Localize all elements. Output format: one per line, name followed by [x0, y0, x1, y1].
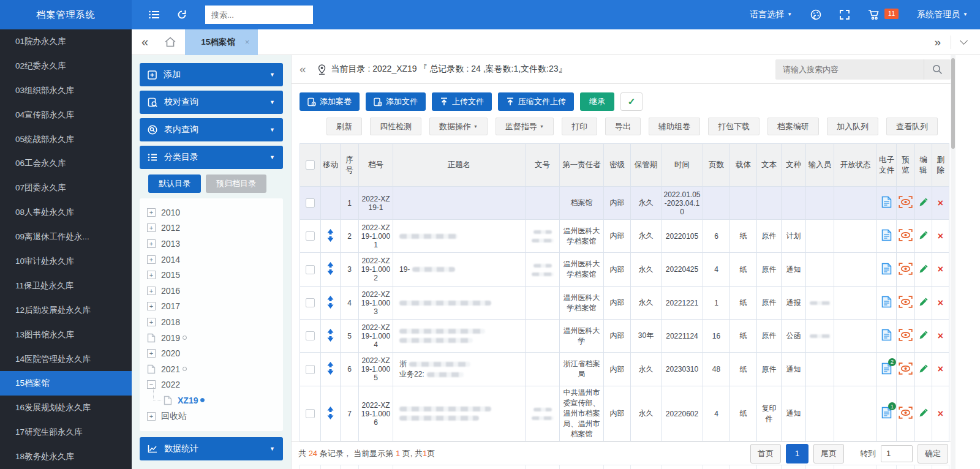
move-cell[interactable] [321, 353, 341, 386]
tab-close-icon[interactable]: × [245, 37, 250, 47]
delete-icon[interactable]: × [938, 231, 943, 241]
tree-node[interactable]: +2015 [147, 267, 279, 283]
row-checkbox[interactable] [306, 365, 315, 374]
move-cell[interactable] [321, 386, 341, 441]
accordion-catalog[interactable]: 分类目录 ▼ [140, 146, 283, 169]
delete-cell[interactable]: × [932, 187, 949, 220]
tree-toggle-icon[interactable]: + [147, 412, 156, 421]
preview-cell[interactable] [897, 287, 915, 320]
toolbar-button[interactable]: 压缩文件上传 [498, 92, 574, 111]
tabs-menu-icon[interactable] [960, 37, 968, 45]
sidebar-item[interactable]: 07团委永久库 [0, 176, 132, 200]
tree-toggle-icon[interactable]: + [147, 287, 156, 295]
tree-node[interactable]: +2014 [147, 252, 279, 268]
toolbar-button[interactable]: 档案编研 [767, 118, 819, 135]
delete-cell[interactable]: × [932, 353, 949, 386]
accordion-proof-query[interactable]: 校对查询 ▼ [140, 91, 283, 114]
cart-icon[interactable] [868, 9, 880, 20]
tree-node[interactable]: +2017 [147, 299, 279, 315]
move-cell[interactable] [321, 253, 341, 287]
efile-cell[interactable] [877, 253, 897, 287]
sidebar-item[interactable]: 01院办永久库 [0, 29, 132, 54]
toolbar-button[interactable]: 四性检测 [370, 118, 421, 135]
efile-cell[interactable] [877, 220, 897, 253]
sidebar-item[interactable]: 17研究生部永久库 [0, 420, 132, 445]
move-cell[interactable] [321, 320, 341, 353]
delete-icon[interactable]: × [938, 298, 943, 308]
preview-cell[interactable] [897, 320, 915, 353]
user-menu[interactable]: 系统管理员 ▼ [917, 9, 968, 20]
accordion-table-query[interactable]: 表内查询 ▼ [140, 118, 283, 141]
edit-cell[interactable] [915, 253, 932, 287]
panel-collapse-icon[interactable]: « [300, 62, 306, 76]
delete-cell[interactable]: × [932, 253, 949, 287]
tree-node[interactable]: +2012 [147, 220, 279, 236]
row-checkbox[interactable] [306, 409, 315, 418]
toolbar-button[interactable]: 上传文件 [432, 92, 492, 111]
first-page-button[interactable]: 首页 [750, 444, 781, 463]
inherit-confirm-button[interactable]: ✓ [620, 92, 643, 111]
tree-toggle-icon[interactable]: + [147, 302, 156, 310]
edit-cell[interactable] [915, 386, 932, 441]
tree-node[interactable]: +2016 [147, 283, 279, 299]
sidebar-item[interactable]: 06工会永久库 [0, 151, 132, 176]
delete-icon[interactable]: × [938, 408, 943, 419]
row-checkbox[interactable] [306, 231, 315, 241]
delete-icon[interactable]: × [938, 264, 943, 274]
goto-page-input[interactable] [881, 445, 913, 462]
preview-cell[interactable] [897, 187, 915, 220]
tree-toggle-icon[interactable]: + [147, 255, 156, 264]
vertical-scrollbar[interactable] [951, 55, 956, 469]
toolbar-button[interactable]: 添加案卷 [300, 92, 360, 111]
delete-icon[interactable]: × [938, 364, 943, 374]
tree-node[interactable]: +2010 [147, 204, 279, 220]
home-tab[interactable] [156, 29, 185, 55]
tree-toggle-icon[interactable]: + [147, 239, 156, 248]
tabs-scroll-right-icon[interactable]: » [924, 36, 951, 49]
edit-cell[interactable] [915, 187, 932, 220]
edit-cell[interactable] [915, 320, 932, 353]
toolbar-button[interactable]: 查看队列 [886, 118, 938, 135]
prearchive-catalog-button[interactable]: 预归档目录 [206, 174, 266, 193]
sidebar-item[interactable]: 09离退休工作处永... [0, 225, 132, 249]
tree-toggle-icon[interactable]: + [147, 208, 156, 217]
toolbar-button[interactable]: 打包下载 [708, 118, 760, 135]
tree-node[interactable]: +2013 [147, 236, 279, 252]
toolbar-button[interactable]: 辅助组卷 [649, 118, 700, 135]
move-cell[interactable] [321, 287, 341, 320]
tree-toggle-icon[interactable]: + [147, 349, 156, 358]
tree-node[interactable]: 2021 [147, 361, 279, 377]
current-page-button[interactable]: 1 [786, 444, 809, 463]
tree-toggle-icon[interactable]: + [147, 271, 156, 279]
tree-toggle-icon[interactable]: + [147, 318, 156, 326]
tabs-scroll-left-icon[interactable]: « [141, 35, 148, 49]
delete-cell[interactable]: × [932, 287, 949, 320]
sidebar-item[interactable]: 13图书馆永久库 [0, 323, 132, 347]
tree-node[interactable]: XZ19 [164, 392, 279, 408]
row-checkbox[interactable] [306, 331, 315, 340]
sidebar-item[interactable]: 12后勤发展处永久库 [0, 298, 132, 323]
tree-node[interactable]: +回收站 [147, 408, 279, 424]
toolbar-button[interactable]: 继承 [580, 92, 614, 111]
sidebar-item[interactable]: 03组织部永久库 [0, 78, 132, 103]
tree-toggle-icon[interactable]: + [147, 223, 156, 232]
sidebar-item[interactable]: 02纪委永久库 [0, 54, 132, 78]
tree-node[interactable]: +2020 [147, 345, 279, 361]
select-all-checkbox[interactable] [306, 160, 315, 170]
efile-cell[interactable]: 2 [877, 353, 897, 386]
edit-cell[interactable] [915, 220, 932, 253]
accordion-statistics[interactable]: 数据统计 ▼ [140, 437, 283, 460]
sidebar-item[interactable]: 10审计处永久库 [0, 249, 132, 274]
efile-cell[interactable]: 1 [877, 386, 897, 441]
sidebar-item[interactable]: 05统战部永久库 [0, 127, 132, 152]
toolbar-button[interactable]: 导出 [605, 118, 641, 135]
toolbar-button[interactable]: 加入队列 [827, 118, 878, 135]
content-search-input[interactable] [775, 65, 924, 74]
toolbar-button[interactable]: 监督指导▼ [496, 118, 554, 135]
topbar-search-input[interactable] [205, 6, 313, 24]
preview-cell[interactable] [897, 253, 915, 287]
row-checkbox[interactable] [306, 265, 315, 274]
toolbar-button[interactable]: 刷新 [326, 118, 362, 135]
delete-cell[interactable]: × [932, 320, 949, 353]
theme-palette-icon[interactable] [810, 9, 821, 20]
